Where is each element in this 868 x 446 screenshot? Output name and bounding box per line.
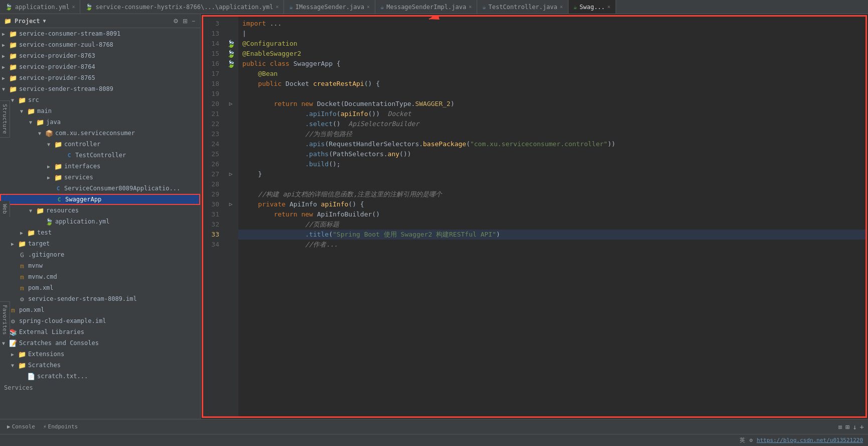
console-btn[interactable]: ▶ Console <box>4 422 38 431</box>
tree-item-target[interactable]: ▶ 📁 target <box>0 238 200 249</box>
code-line-13: | <box>238 29 865 39</box>
editor-content: 3 13 14 15 16 17 18 19 20 21 22 23 24 25… <box>202 15 867 418</box>
tab-hystrix-yml[interactable]: 🍃 service-consumer-hystrix-8766\...\appl… <box>80 0 284 14</box>
tree-item-src[interactable]: ▼ 📁 src <box>0 94 200 105</box>
tree-item-scratches-consoles[interactable]: ▼ 📝 Scratches and Consoles <box>0 338 200 349</box>
tree-item-mvnwcmd[interactable]: m mvnw.cmd <box>0 271 200 282</box>
folder-icon: 📁 <box>36 207 44 214</box>
tree-item-extensions[interactable]: ▶ 📁 Extensions <box>0 349 200 360</box>
close-tab-5[interactable]: × <box>608 4 611 10</box>
iml-icon: ⚙ <box>9 317 17 325</box>
java-icon-2: ☕ <box>380 4 384 11</box>
close-tab-3[interactable]: × <box>469 4 472 10</box>
tree-item-sp-8764[interactable]: ▶ 📁 service-provider-8764 <box>0 61 200 72</box>
tab-bar: 🍃 application.yml × 🍃 service-consumer-h… <box>0 0 868 14</box>
tree-item-swaggerapp[interactable]: C SwaggerApp <box>0 194 200 205</box>
tree-item-gitignore[interactable]: G .gitignore <box>0 249 200 260</box>
services-section[interactable]: Services <box>0 382 200 394</box>
status-bar: 英 ⚙ https://blog.csdn.net/u013521220 <box>0 434 868 446</box>
tree-item-sp-8763[interactable]: ▶ 📁 service-provider-8763 <box>0 50 200 61</box>
xml-icon: m <box>9 306 17 314</box>
code-line-32: //页面标题 <box>238 219 865 230</box>
tree-item-appyml[interactable]: 🍃 application.yml <box>0 216 200 227</box>
web-tab[interactable]: Web <box>0 201 10 217</box>
bottom-nav-btn-4[interactable]: + <box>860 423 864 431</box>
tree-item-services-folder[interactable]: ▶ 📁 services <box>0 172 200 183</box>
xml-icon: m <box>18 284 26 292</box>
java-class-icon: C <box>65 152 73 159</box>
yml-icon: 🍃 <box>5 4 13 11</box>
tree-item-scz-8768[interactable]: ▶ 📁 service-consumer-zuul-8768 <box>0 39 200 50</box>
tree-item-interfaces[interactable]: ▶ 📁 interfaces <box>0 161 200 172</box>
gutter: 🍃 🍃 🍃 ▷ ▷ <box>223 17 238 416</box>
bottom-nav-btn-3[interactable]: ↓ <box>852 423 856 431</box>
main-area: 📁 Project ▼ ⚙ ⊞ − ▶ 📁 service-consumer-s… <box>0 14 868 419</box>
code-line-22: .select() ApiSelectorBuilder <box>238 119 865 129</box>
status-url[interactable]: https://blog.csdn.net/u013521220 <box>757 437 863 443</box>
tree-item-java[interactable]: ▼ 📁 java <box>0 117 200 128</box>
code-line-30: private ApiInfo apiInfo() { <box>238 199 865 209</box>
arrow-icon: ▼ <box>11 363 18 368</box>
code-line-26: .build(); <box>238 159 865 169</box>
java-icon-3: ☕ <box>482 4 486 11</box>
tree-item-controller[interactable]: ▼ 📁 controller <box>0 139 200 150</box>
tree-item-sp-8765[interactable]: ▶ 📁 service-provider-8765 <box>0 72 200 83</box>
arrow-icon: ▶ <box>2 75 9 81</box>
close-tab-2[interactable]: × <box>367 4 370 10</box>
folder-icon: 📁 <box>18 362 26 369</box>
annotation-gutter-icon: 🍃 <box>227 39 235 49</box>
folder-icon: 📁 <box>9 52 17 60</box>
bottom-nav-btn-1[interactable]: ≡ <box>838 423 842 431</box>
tree-item-testcontroller[interactable]: C TestController <box>0 150 200 161</box>
arrow-icon: ▶ <box>2 42 9 48</box>
project-tree: ▶ 📁 service-consumer-stream-8091 ▶ 📁 ser… <box>0 28 200 394</box>
code-line-24: .apis(RequestHandlerSelectors.basePackag… <box>238 139 865 149</box>
tree-item-iml2[interactable]: ⚙ service-sender-stream-8089.iml <box>0 293 200 304</box>
tree-item-scratches[interactable]: ▼ 📁 Scratches <box>0 360 200 371</box>
structure-tab[interactable]: Structure <box>0 100 10 138</box>
tree-item-resources[interactable]: ▼ 📁 resources <box>0 205 200 216</box>
yml-icon: 🍃 <box>45 218 53 226</box>
tree-item-rootiml[interactable]: ⚙ spring-cloud-example.iml <box>0 315 200 326</box>
status-icon-dots: ⚙ <box>749 437 753 443</box>
sidebar-gear-btn[interactable]: ⚙ <box>172 17 180 26</box>
endpoints-btn[interactable]: ⚡ Endpoints <box>40 422 81 431</box>
code-line-19 <box>238 89 865 99</box>
tree-item-ss-8089[interactable]: ▼ 📁 service-sender-stream-8089 <box>0 83 200 94</box>
tab-application-yml[interactable]: 🍃 application.yml × <box>0 0 80 14</box>
tree-item-extlibs[interactable]: ▶ 📚 External Libraries <box>0 326 200 338</box>
sidebar-expand-btn[interactable]: ⊞ <box>182 17 189 26</box>
sidebar-close-btn[interactable]: − <box>191 17 196 26</box>
code-line-20: return new Docket(DocumentationType.SWAG… <box>238 99 865 109</box>
scratch-file-icon: 📄 <box>27 373 35 380</box>
close-tab-4[interactable]: × <box>560 4 563 10</box>
src-folder-icon: 📁 <box>18 96 26 104</box>
tree-item-test[interactable]: ▶ 📁 test <box>0 227 200 238</box>
mvn-icon: m <box>18 262 26 270</box>
arrow-icon: ▼ <box>38 131 45 136</box>
tree-item-pomxml2[interactable]: m pom.xml <box>0 282 200 293</box>
tree-item-scratch1[interactable]: 📄 scratch.txt... <box>0 371 200 382</box>
arrow-icon: ▶ <box>2 31 9 37</box>
tree-item-main[interactable]: ▼ 📁 main <box>0 105 200 117</box>
git-icon: G <box>18 251 26 259</box>
tree-item-mvnw[interactable]: m mvnw <box>0 260 200 271</box>
arrow-icon: ▼ <box>2 86 9 92</box>
tab-testcontroller[interactable]: ☕ TestController.java × <box>477 0 568 14</box>
folder-icon: 📁 <box>54 141 62 148</box>
close-tab-1[interactable]: × <box>275 4 278 10</box>
tree-item-rootpom[interactable]: m pom.xml <box>0 304 200 315</box>
folder-icon: 📁 <box>9 63 17 71</box>
bottom-nav-btn-2[interactable]: ⊞ <box>845 423 849 431</box>
code-content[interactable]: import ... | @Configuration @EnableSwagg… <box>238 17 865 416</box>
favorites-tab[interactable]: Favorites <box>0 301 10 338</box>
annotation-gutter-icon: 🍃 <box>227 49 235 59</box>
tree-item-pkg[interactable]: ▼ 📦 com.xu.serviceconsumer <box>0 128 200 139</box>
tab-imessagesender[interactable]: ☕ IMessageSender.java × <box>284 0 375 14</box>
folder-icon: 📁 <box>18 240 26 248</box>
tree-item-scs-8091[interactable]: ▶ 📁 service-consumer-stream-8091 <box>0 28 200 39</box>
tab-messagesenderimpl[interactable]: ☕ MessageSenderImpl.java × <box>375 0 477 14</box>
tree-item-sc8089app[interactable]: C ServiceConsumer8089Applicatio... <box>0 183 200 194</box>
tab-swaggerapp[interactable]: ☕ Swag... × <box>568 0 616 14</box>
close-tab-0[interactable]: × <box>72 4 75 10</box>
